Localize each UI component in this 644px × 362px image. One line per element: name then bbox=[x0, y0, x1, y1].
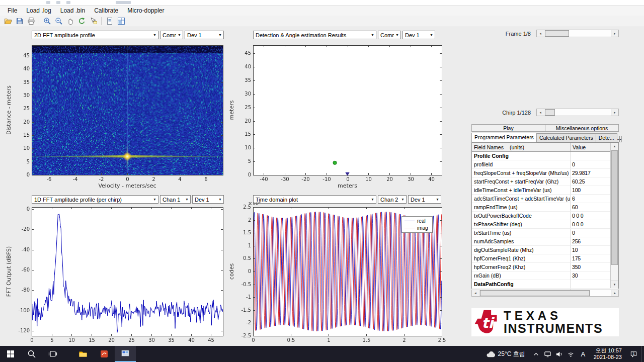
misc-options-button[interactable]: Miscellaneous options bbox=[545, 124, 619, 132]
field-name-cell[interactable]: hpfCornerFreq1 (Khz) bbox=[472, 254, 571, 262]
slider-track[interactable] bbox=[544, 30, 611, 37]
table-horizontal-scrollbar[interactable]: ◂ ▸ bbox=[471, 290, 619, 297]
range-doppler-plot[interactable] bbox=[3, 42, 229, 194]
tab-calculated-parameters[interactable]: Calculated Parameters bbox=[536, 133, 596, 142]
detection-plot[interactable] bbox=[225, 42, 448, 194]
menu-calibrate[interactable]: Calibrate bbox=[90, 6, 123, 15]
file-explorer-button[interactable] bbox=[72, 346, 94, 362]
field-name-cell[interactable]: numAdcSamples bbox=[472, 237, 571, 245]
chirp-slider[interactable]: ◂ ▸ bbox=[536, 109, 619, 116]
play-button[interactable]: Play bbox=[471, 124, 545, 132]
plot-select-topleft[interactable]: 2D FFT amplitude profile▼ bbox=[32, 31, 158, 39]
slider-thumb[interactable] bbox=[545, 30, 569, 37]
table-vertical-scrollbar[interactable]: ▲ ▼ bbox=[610, 143, 618, 288]
taskbar-clock[interactable]: 오전 10:57 2021-08-23 bbox=[590, 347, 626, 360]
slider-track[interactable] bbox=[544, 109, 611, 116]
table-row[interactable]: digOutSampleRate (Mhz)10 bbox=[472, 246, 618, 254]
search-button[interactable] bbox=[21, 346, 42, 362]
table-row[interactable]: adcStartTimeConst + adcStartTimeVar (us)… bbox=[472, 195, 618, 203]
layout-button[interactable] bbox=[116, 16, 126, 26]
table-row[interactable]: freqSlopeConst + freqSlopeVar (Mhz/us)29… bbox=[472, 169, 618, 177]
channel-select-topleft[interactable]: Common▼ bbox=[160, 31, 183, 39]
field-name-cell[interactable]: rxGain (dB) bbox=[472, 272, 571, 280]
scroll-down-arrow[interactable]: ▼ bbox=[611, 281, 618, 288]
menu-load-bin[interactable]: Load .bin bbox=[56, 6, 90, 15]
channel-select-bottomleft[interactable]: Chan 1▼ bbox=[160, 195, 191, 204]
show-desktop-button[interactable] bbox=[641, 346, 644, 362]
field-name-cell[interactable]: DataPathConfig bbox=[472, 280, 571, 288]
menu-load-log[interactable]: Load .log bbox=[22, 6, 55, 15]
scroll-thumb[interactable] bbox=[480, 290, 590, 296]
tray-chevron-up[interactable] bbox=[530, 346, 542, 362]
slider-right-arrow[interactable]: ▸ bbox=[611, 109, 618, 116]
zoom-out-button[interactable] bbox=[53, 16, 64, 26]
device-select-bottomleft[interactable]: Dev 1▼ bbox=[192, 195, 224, 204]
plot-select-topright[interactable]: Detection & Angle estimation Results▼ bbox=[253, 31, 376, 39]
new-report-button[interactable] bbox=[104, 16, 115, 26]
slider-left-arrow[interactable]: ◂ bbox=[537, 30, 544, 37]
plot-legend[interactable]: real imag bbox=[401, 216, 433, 233]
field-name-cell[interactable]: adcStartTimeConst + adcStartTimeVar (us) bbox=[472, 195, 571, 203]
field-name-cell[interactable]: freqSlopeConst + freqSlopeVar (Mhz/us) bbox=[472, 169, 571, 177]
table-row[interactable]: txStartTime (us)0 bbox=[472, 229, 618, 237]
tab-programmed-parameters[interactable]: Programmed Parameters bbox=[471, 133, 537, 142]
field-name-cell[interactable]: txPhaseShifter (deg) bbox=[472, 220, 571, 228]
field-name-cell[interactable]: txOutPowerBackoffCode bbox=[472, 212, 571, 220]
table-row[interactable]: startFreqConst + startFreqVar (Ghz)60.25 bbox=[472, 177, 618, 186]
field-name-cell[interactable]: rampEndTime (us) bbox=[472, 203, 571, 211]
menu-micro-doppler[interactable]: Micro-doppler bbox=[123, 6, 169, 15]
table-row[interactable]: numAdcSamples256 bbox=[472, 237, 618, 246]
table-row[interactable]: DataPathConfig bbox=[472, 280, 618, 289]
fft-profile-plot[interactable] bbox=[3, 204, 229, 346]
zoom-in-button[interactable] bbox=[42, 16, 52, 26]
slider-right-arrow[interactable]: ▸ bbox=[611, 30, 618, 37]
taskbar-app-1[interactable] bbox=[94, 346, 115, 362]
print-button[interactable] bbox=[26, 16, 36, 26]
data-cursor-button[interactable] bbox=[88, 16, 99, 26]
tray-display[interactable] bbox=[542, 346, 553, 362]
weather-widget[interactable]: 25°C 흐림 bbox=[480, 346, 530, 362]
tab-scroll-right[interactable]: ▸ bbox=[619, 136, 622, 142]
field-name-cell[interactable]: profileId bbox=[472, 160, 571, 168]
menu-file[interactable]: File bbox=[3, 6, 22, 15]
rotate-button[interactable] bbox=[76, 16, 87, 26]
table-row[interactable]: txPhaseShifter (deg)0 0 0 bbox=[472, 220, 618, 229]
channel-select-topright[interactable]: Common▼ bbox=[378, 31, 401, 39]
tray-network[interactable] bbox=[565, 346, 577, 362]
scroll-right-arrow[interactable]: ▸ bbox=[611, 290, 618, 296]
field-name-cell[interactable]: startFreqConst + startFreqVar (Ghz) bbox=[472, 177, 571, 186]
slider-left-arrow[interactable]: ◂ bbox=[537, 109, 544, 116]
action-center-button[interactable]: 1 bbox=[626, 346, 641, 362]
field-name-cell[interactable]: hpfCornerFreq2 (Khz) bbox=[472, 263, 571, 271]
table-row[interactable]: hpfCornerFreq1 (Khz)175 bbox=[472, 254, 618, 263]
field-name-cell[interactable]: txStartTime (us) bbox=[472, 229, 571, 237]
table-row[interactable]: idleTimeConst + idleTimeVar (us)100 bbox=[472, 186, 618, 195]
table-row[interactable]: rampEndTime (us)60 bbox=[472, 203, 618, 212]
table-row[interactable]: Profile Config bbox=[472, 152, 618, 160]
open-button[interactable] bbox=[3, 16, 13, 26]
save-button[interactable] bbox=[14, 16, 25, 26]
plot-select-bottomleft[interactable]: 1D FFT amplitude profile (per chirp)▼ bbox=[32, 195, 158, 204]
field-name-cell[interactable]: Profile Config bbox=[472, 152, 571, 160]
tab-detected[interactable]: Dete... bbox=[596, 133, 617, 142]
scroll-up-arrow[interactable]: ▲ bbox=[611, 143, 618, 150]
scroll-left-arrow[interactable]: ◂ bbox=[472, 290, 479, 296]
task-view-button[interactable] bbox=[42, 346, 63, 362]
ime-indicator[interactable]: A bbox=[577, 350, 590, 358]
start-button[interactable] bbox=[0, 346, 21, 362]
scroll-thumb[interactable] bbox=[611, 150, 618, 265]
device-select-topright[interactable]: Dev 1▼ bbox=[403, 31, 435, 39]
scroll-track[interactable] bbox=[479, 290, 611, 296]
field-name-cell[interactable]: idleTimeConst + idleTimeVar (us) bbox=[472, 186, 571, 194]
frame-slider[interactable]: ◂ ▸ bbox=[536, 30, 619, 37]
field-name-cell[interactable]: digOutSampleRate (Mhz) bbox=[472, 246, 571, 254]
table-row[interactable]: txOutPowerBackoffCode0 0 0 bbox=[472, 212, 618, 220]
table-row[interactable]: rxGain (dB)30 bbox=[472, 272, 618, 280]
table-row[interactable]: profileId0 bbox=[472, 160, 618, 169]
tray-volume[interactable] bbox=[553, 346, 565, 362]
device-select-topleft[interactable]: Dev 1▼ bbox=[185, 31, 224, 39]
taskbar-app-visualizer-active[interactable] bbox=[115, 346, 136, 362]
slider-thumb[interactable] bbox=[545, 109, 555, 116]
pan-button[interactable] bbox=[65, 16, 75, 26]
table-row[interactable]: hpfCornerFreq2 (Khz)350 bbox=[472, 263, 618, 272]
